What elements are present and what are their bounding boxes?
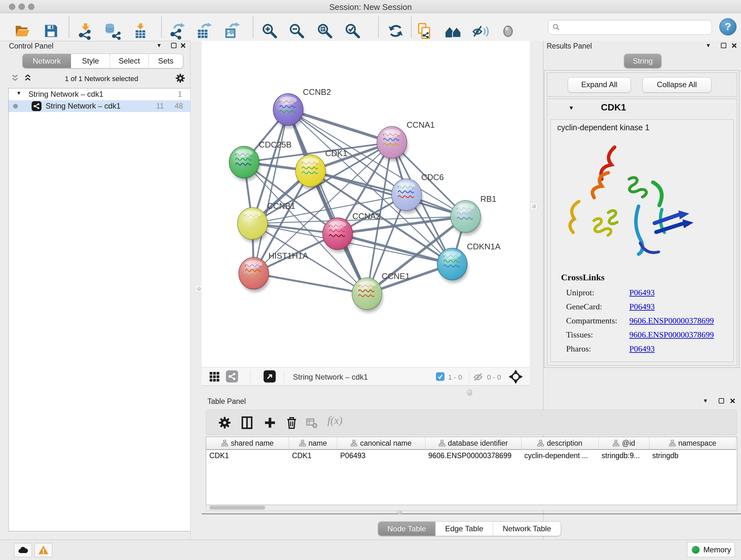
gear-icon[interactable] xyxy=(175,73,186,84)
network-collection-row[interactable]: ▼ String Network – cdk1 1 xyxy=(9,88,191,100)
selected-checkbox-icon[interactable] xyxy=(436,372,445,381)
maximize-panel-button[interactable] xyxy=(171,43,177,48)
close-panel-button[interactable]: ✕ xyxy=(180,43,186,49)
open-session-button[interactable] xyxy=(13,22,31,40)
node-CCNA2[interactable] xyxy=(323,218,353,252)
double-house-button[interactable] xyxy=(444,22,462,40)
node-label-CCNE1: CCNE1 xyxy=(382,271,410,281)
grid-view-icon[interactable] xyxy=(209,371,220,382)
collapse-all-button[interactable]: Collapse All xyxy=(643,77,711,92)
float-results-button[interactable]: ▼ xyxy=(705,43,711,49)
close-table-button[interactable]: ✕ xyxy=(730,398,736,404)
column-label: canonical name xyxy=(360,439,411,448)
help-button[interactable]: ? xyxy=(719,18,737,36)
maximize-table-button[interactable] xyxy=(719,398,724,403)
expand-collapse-bar: Expand All Collapse All xyxy=(547,72,737,97)
pages-network-button[interactable] xyxy=(415,22,433,40)
tab-string[interactable]: String xyxy=(624,54,661,68)
node-CDC6[interactable] xyxy=(392,179,422,213)
memory-button[interactable]: Memory xyxy=(687,542,735,557)
node-CCNB1[interactable] xyxy=(238,207,268,242)
import-table-button[interactable] xyxy=(131,22,149,40)
node-CCNA1[interactable] xyxy=(377,126,408,161)
column-header-shared-name[interactable]: shared name xyxy=(206,437,289,449)
hide-labels-button[interactable] xyxy=(471,22,489,40)
cloud-button[interactable] xyxy=(14,543,32,557)
node-RB1[interactable] xyxy=(451,200,481,235)
table-gear-icon[interactable] xyxy=(218,416,232,430)
crosslink-link[interactable]: P06493 xyxy=(629,344,655,354)
network-view[interactable]: CCNB2CCNA1CDC25BCDK1CDC6RB1CCNB1CCNA2CDK… xyxy=(202,41,530,367)
tab-node-table[interactable]: Node Table xyxy=(378,522,435,536)
tab-select[interactable]: Select xyxy=(110,54,149,68)
tab-sets[interactable]: Sets xyxy=(149,54,183,68)
import-network-from-database-button[interactable] xyxy=(104,22,121,40)
node-CCNE1[interactable] xyxy=(352,278,383,312)
add-column-icon[interactable] xyxy=(263,416,277,430)
node-table-container[interactable]: shared namenamecanonical namedatabase id… xyxy=(206,437,737,505)
crosslink-link[interactable]: P06493 xyxy=(629,288,655,298)
open-in-window-icon[interactable] xyxy=(264,370,276,382)
network-graph[interactable]: CCNB2CCNA1CDC25BCDK1CDC6RB1CCNB1CCNA2CDK… xyxy=(202,41,530,367)
collapse-gene-triangle-icon[interactable]: ▼ xyxy=(568,105,574,111)
column-header-namespace[interactable]: namespace xyxy=(649,437,736,449)
float-panel-button[interactable]: ▼ xyxy=(156,43,162,49)
birds-eye-view-icon[interactable] xyxy=(509,370,523,384)
close-results-button[interactable]: ✕ xyxy=(731,43,737,49)
node-CDK1[interactable] xyxy=(295,155,326,189)
collapse-triangle-icon[interactable]: ▼ xyxy=(16,90,21,96)
node-CDKN1A[interactable] xyxy=(437,248,468,283)
memory-status-dot-icon xyxy=(692,546,699,554)
right-splitter-handle[interactable] xyxy=(530,202,538,210)
column-header-name[interactable]: name xyxy=(289,437,337,449)
crosslink-link[interactable]: 9606.ENSP00000378699 xyxy=(629,316,714,326)
update-network-button[interactable] xyxy=(387,22,405,40)
show-columns-icon[interactable] xyxy=(240,416,254,430)
horizontal-splitter-handle[interactable] xyxy=(467,389,472,396)
import-network-button[interactable] xyxy=(77,22,94,40)
left-splitter[interactable] xyxy=(190,41,202,540)
search-input[interactable] xyxy=(563,21,709,33)
save-session-button[interactable] xyxy=(42,22,60,40)
node-CDC25B[interactable] xyxy=(229,146,260,181)
horizontal-scrollbar[interactable] xyxy=(206,505,737,511)
export-table-button[interactable] xyxy=(195,22,213,40)
table-splitter-handle[interactable] xyxy=(397,510,402,514)
tab-network[interactable]: Network xyxy=(23,54,71,68)
show-labels-button[interactable] xyxy=(499,22,517,40)
maximize-results-button[interactable] xyxy=(721,43,726,48)
tab-style[interactable]: Style xyxy=(71,54,110,68)
crosslinks-list: Uniprot:P06493GeneCard:P06493Compartment… xyxy=(566,286,726,356)
scrollbar-thumb[interactable] xyxy=(209,506,265,509)
crosslinks-title: CrossLinks xyxy=(561,272,604,283)
table-row[interactable]: CDK1CDK1P064939606.ENSP00000378699cyclin… xyxy=(206,449,736,461)
tab-edge-table[interactable]: Edge Table xyxy=(435,522,493,536)
share-view-icon[interactable] xyxy=(226,370,238,382)
column-header-database-identifier[interactable]: database identifier xyxy=(425,437,521,449)
warnings-button[interactable] xyxy=(35,543,52,557)
crosslink-link[interactable]: P06493 xyxy=(629,302,655,312)
collapse-all-icon[interactable] xyxy=(10,73,20,83)
expand-all-icon[interactable] xyxy=(23,73,32,83)
hidden-count: 0 - 0 xyxy=(487,373,501,381)
column-header-@id[interactable]: @id xyxy=(598,437,649,449)
delete-column-icon[interactable] xyxy=(285,416,299,430)
tab-network-table[interactable]: Network Table xyxy=(493,522,561,536)
network-share-icon xyxy=(31,101,42,111)
search-icon xyxy=(552,23,560,31)
node-HIST1H1A[interactable] xyxy=(239,257,269,292)
column-header-canonical-name[interactable]: canonical name xyxy=(337,437,425,449)
zoom-in-button[interactable] xyxy=(261,22,279,40)
zoom-selected-button[interactable] xyxy=(344,22,361,40)
column-header-description[interactable]: description xyxy=(521,437,598,449)
export-network-button[interactable] xyxy=(169,22,186,40)
zoom-out-button[interactable] xyxy=(288,22,306,40)
expand-all-button[interactable]: Expand All xyxy=(568,77,631,92)
column-tree-icon xyxy=(669,440,676,447)
crosslink-link[interactable]: 9606.ENSP00000378699 xyxy=(629,330,714,340)
protein-structure-image xyxy=(560,138,697,265)
network-row-selected[interactable]: String Network – cdk1 11 48 xyxy=(9,100,191,112)
export-image-button[interactable] xyxy=(223,22,241,40)
float-table-button[interactable]: ▼ xyxy=(703,398,708,404)
zoom-fit-button[interactable] xyxy=(316,22,334,40)
